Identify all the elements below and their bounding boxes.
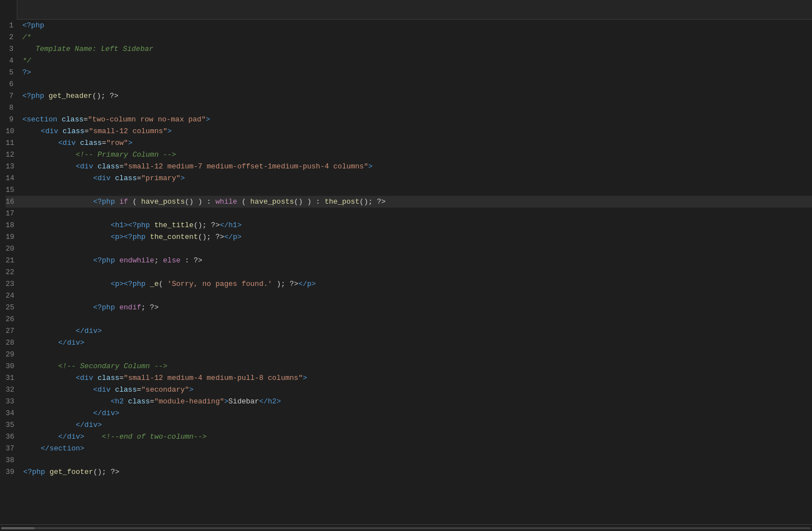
code-line: 22 <box>6 266 812 278</box>
token: /* <box>22 33 31 41</box>
line-number: 17 <box>6 208 24 219</box>
code-line: 34 </div> <box>6 407 812 419</box>
line-number: 14 <box>6 172 24 184</box>
code-line: 13 <div class="small-12 medium-7 medium-… <box>6 161 812 172</box>
code-line: 4*/ <box>6 55 812 67</box>
token: div <box>67 433 80 441</box>
token: = <box>119 374 124 382</box>
token: h2 <box>115 397 128 406</box>
line-content <box>24 184 28 196</box>
line-content: <!-- Primary Column --> <box>24 149 176 161</box>
editor-container: 1<?php2/*3 Template Name: Left Sidebar4*… <box>0 0 812 531</box>
line-content: <?php endwhile; else : ?> <box>24 255 203 266</box>
token: ; <box>154 256 163 265</box>
maximize-button[interactable] <box>761 0 786 20</box>
token: < <box>24 386 98 394</box>
token: </ <box>24 444 50 453</box>
line-content: */ <box>22 55 31 67</box>
code-line: 28 </div> <box>6 337 812 349</box>
line-number: 11 <box>6 137 24 149</box>
line-number: 5 <box>6 67 22 78</box>
token: ( <box>128 198 141 206</box>
line-number: 32 <box>6 384 24 396</box>
code-line: 36 </div> <!--end of two-column--> <box>6 431 812 443</box>
token: (); ?> <box>198 233 224 241</box>
line-number: 28 <box>6 337 24 349</box>
line-number: 36 <box>6 431 24 443</box>
token: "two-column row no-max pad" <box>88 115 206 124</box>
line-number: 7 <box>6 90 22 102</box>
line-number: 20 <box>6 243 24 255</box>
token: > <box>368 162 373 171</box>
line-content: <div class="primary"> <box>24 172 185 184</box>
token: the_content <box>150 233 198 241</box>
line-number: 21 <box>6 255 24 266</box>
minimize-button[interactable] <box>735 0 761 20</box>
token: < <box>24 127 45 135</box>
line-content: <?php get_footer(); ?> <box>24 466 120 478</box>
horizontal-scrollbar[interactable] <box>0 524 812 531</box>
token: div <box>67 339 80 347</box>
line-content: <?php if ( have_posts() ) : while ( have… <box>24 196 386 208</box>
token: (); ?> <box>359 198 386 206</box>
code-area[interactable]: 1<?php2/*3 Template Name: Left Sidebar4*… <box>0 20 812 524</box>
token: < <box>24 174 98 182</box>
code-line: 23 <p><?php _e( 'Sorry, no pages found.'… <box>6 278 812 290</box>
line-content: <?php get_header(); ?> <box>22 90 119 102</box>
code-line: 8 <box>6 102 812 114</box>
line-content: /* <box>22 31 31 43</box>
line-number: 31 <box>6 372 24 384</box>
code-line: 17 <box>6 208 812 219</box>
line-content <box>24 290 28 302</box>
token: <?php <box>24 468 50 476</box>
token: Sidebar <box>228 397 259 406</box>
line-content: <div class="small-12 columns"> <box>24 125 172 137</box>
scrollbar-thumb[interactable] <box>1 527 35 529</box>
line-content <box>24 349 28 360</box>
token: ( <box>237 198 250 206</box>
line-number: 6 <box>6 78 22 90</box>
token: < <box>24 280 115 288</box>
token: h1 <box>115 221 124 229</box>
token: </ <box>24 339 67 347</box>
token: </ <box>24 433 67 441</box>
token: < <box>24 374 80 382</box>
line-number: 24 <box>6 290 24 302</box>
token: (); ?> <box>93 468 119 476</box>
token: _e <box>150 280 159 288</box>
code-line: 26 <box>6 313 812 325</box>
line-content: Template Name: Left Sidebar <box>22 43 153 55</box>
code-line: 20 <box>6 243 812 255</box>
token: <?php <box>24 198 120 206</box>
token: > <box>124 221 128 229</box>
code-line: 12 <!-- Primary Column --> <box>6 149 812 161</box>
token: <?php <box>124 280 150 288</box>
line-content: <?php <box>22 20 44 31</box>
line-content <box>22 102 27 114</box>
close-button[interactable] <box>786 0 812 20</box>
line-content: ?> <box>22 67 31 78</box>
token: "small-12 medium-7 medium-offset-1medium… <box>124 162 368 171</box>
token: </ <box>24 409 102 417</box>
token: <!-- Primary Column --> <box>24 151 176 159</box>
token: "row" <box>106 139 128 147</box>
token: > <box>237 233 242 241</box>
token: ?> <box>22 68 31 77</box>
token: "small-12 medium-4 medium-pull-8 columns… <box>124 374 303 382</box>
token: class <box>63 127 85 135</box>
code-line: 25 <?php endif; ?> <box>6 302 812 313</box>
token: = <box>83 115 88 124</box>
code-line: 10 <div class="small-12 columns"> <box>6 125 812 137</box>
token: div <box>102 409 115 417</box>
token: section <box>27 115 62 124</box>
editor-tab[interactable] <box>0 0 17 20</box>
code-line: 29 <box>6 349 812 360</box>
token: <?php <box>128 221 154 229</box>
token: ( <box>158 280 167 288</box>
token: : ?> <box>181 256 203 265</box>
code-line: 19 <p><?php the_content(); ?></p> <box>6 231 812 243</box>
token: > <box>97 327 102 335</box>
token: div <box>80 162 97 171</box>
code-line: 16 <?php if ( have_posts() ) : while ( h… <box>6 196 812 208</box>
line-content: </div> <box>24 337 85 349</box>
